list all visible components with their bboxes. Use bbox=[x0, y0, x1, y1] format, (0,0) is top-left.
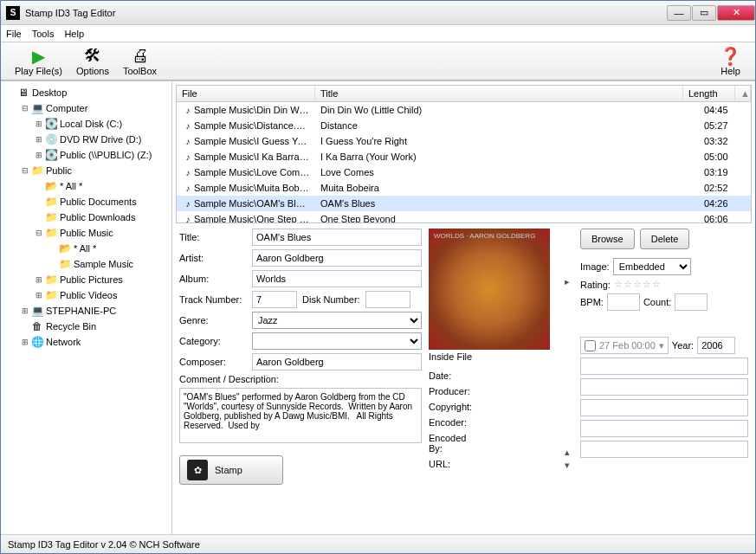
delete-button[interactable]: Delete bbox=[640, 229, 690, 249]
track-input[interactable] bbox=[252, 291, 297, 308]
label-encoder: Encoder: bbox=[429, 417, 477, 428]
tree-expand-icon[interactable]: ⊞ bbox=[34, 151, 44, 159]
tree-node[interactable]: ⊞🌐Network bbox=[3, 334, 170, 350]
tree-label: Local Disk (C:) bbox=[60, 119, 122, 129]
scroll-up-icon[interactable]: ▲ bbox=[735, 86, 751, 101]
column-title[interactable]: Title bbox=[315, 86, 683, 101]
comment-down-icon[interactable]: ▾ bbox=[561, 460, 573, 471]
titlebar[interactable]: S Stamp ID3 Tag Editor — ▭ ✕ bbox=[1, 1, 755, 25]
tree-node[interactable]: ⊞💻STEPHANIE-PC bbox=[3, 303, 170, 319]
printer-icon: 🖨 bbox=[132, 47, 149, 66]
tree-label: Public Documents bbox=[60, 196, 137, 207]
album-input[interactable] bbox=[252, 270, 422, 287]
label-inside-file: Inside File bbox=[429, 351, 554, 362]
label-track: Track Number: bbox=[179, 294, 247, 305]
help-button[interactable]: ❓ Help bbox=[713, 45, 748, 78]
menubar: File Tools Help bbox=[1, 25, 755, 42]
file-list-body[interactable]: ♪Sample Music\Din Din Wo (Li...Din Din W… bbox=[177, 102, 751, 222]
encodedby-input[interactable] bbox=[580, 420, 748, 437]
tree-node[interactable]: 📁Sample Music bbox=[3, 256, 170, 272]
rating-stars[interactable]: ☆☆☆☆☆ bbox=[614, 279, 662, 290]
stamp-button[interactable]: ✿ Stamp bbox=[179, 455, 283, 485]
tree-expand-icon[interactable]: ⊟ bbox=[34, 229, 44, 237]
date-input[interactable]: 27 Feb 00:00▾ bbox=[580, 337, 669, 354]
tree-label: Public Downloads bbox=[60, 212, 135, 222]
album-art[interactable]: WORLDS · AARON GOLDBERG bbox=[429, 229, 550, 350]
title-input[interactable] bbox=[252, 229, 422, 246]
file-row[interactable]: ♪Sample Music\Muita Bobei...Muita Bobeir… bbox=[177, 180, 751, 196]
label-encodedby: Encoded By: bbox=[429, 433, 477, 454]
tree-node[interactable]: 📁Public Documents bbox=[3, 194, 170, 209]
file-row[interactable]: ♪Sample Music\OAM's Blue...OAM's Blues04… bbox=[177, 196, 751, 211]
maximize-button[interactable]: ▭ bbox=[692, 5, 716, 21]
encoder-input[interactable] bbox=[580, 399, 748, 416]
file-row[interactable]: ♪Sample Music\Distance.wmaDistance05:27 bbox=[177, 118, 751, 133]
menu-tools[interactable]: Tools bbox=[32, 29, 55, 39]
label-producer: Producer: bbox=[429, 386, 477, 396]
file-list: File Title Length ▲ ♪Sample Music\Din Di… bbox=[176, 85, 752, 223]
tree-label: Recycle Bin bbox=[46, 321, 96, 332]
file-row[interactable]: ♪Sample Music\I Guess Yo...I Guess You'r… bbox=[177, 133, 751, 149]
date-enable-checkbox[interactable] bbox=[585, 340, 596, 351]
count-input[interactable] bbox=[675, 293, 708, 311]
artist-input[interactable] bbox=[252, 249, 422, 267]
menu-file[interactable]: File bbox=[6, 29, 22, 39]
tree-node[interactable]: ⊟💻Computer bbox=[3, 100, 170, 116]
comment-textarea[interactable]: "OAM's Blues" performed by Aaron Goldber… bbox=[179, 388, 422, 443]
minimize-button[interactable]: — bbox=[667, 5, 691, 21]
producer-input[interactable] bbox=[580, 358, 748, 375]
folder-tree[interactable]: 🖥Desktop⊟💻Computer⊞💽Local Disk (C:)⊞💿DVD… bbox=[1, 81, 172, 534]
tree-expand-icon[interactable]: ⊞ bbox=[34, 135, 44, 144]
disk-input[interactable] bbox=[365, 291, 410, 308]
file-row[interactable]: ♪Sample Music\Din Din Wo (Li...Din Din W… bbox=[177, 102, 751, 118]
label-album: Album: bbox=[179, 274, 247, 284]
tree-node[interactable]: 📂* All * bbox=[3, 241, 170, 256]
music-icon: ♪ bbox=[182, 168, 194, 177]
tree-node[interactable]: 📁Public Downloads bbox=[3, 209, 170, 225]
image-mode-select[interactable]: Embedded bbox=[613, 258, 691, 275]
browse-button[interactable]: Browse bbox=[580, 229, 635, 249]
tree-expand-icon[interactable]: ⊟ bbox=[20, 166, 30, 175]
tree-expand-icon[interactable]: ⊞ bbox=[34, 291, 44, 300]
comment-up-icon[interactable]: ▴ bbox=[561, 447, 573, 458]
menu-help[interactable]: Help bbox=[64, 29, 84, 39]
app-window: S Stamp ID3 Tag Editor — ▭ ✕ File Tools … bbox=[0, 0, 756, 554]
tree-expand-icon[interactable]: ⊞ bbox=[20, 338, 30, 346]
toolbox-button[interactable]: 🖨 ToolBox bbox=[116, 45, 164, 78]
column-file[interactable]: File bbox=[177, 86, 315, 101]
tree-expand-icon[interactable]: ⊞ bbox=[20, 306, 30, 315]
tree-node[interactable]: ⊞📁Public Pictures bbox=[3, 272, 170, 287]
art-next-icon[interactable]: ▸ bbox=[561, 276, 573, 287]
folder-icon: 📂 bbox=[44, 180, 58, 192]
tree-node[interactable]: ⊞💽Local Disk (C:) bbox=[3, 116, 170, 132]
year-input[interactable] bbox=[697, 337, 735, 354]
url-input[interactable] bbox=[580, 441, 748, 458]
tree-node[interactable]: ⊟📁Public Music bbox=[3, 225, 170, 241]
column-length[interactable]: Length bbox=[683, 86, 735, 101]
file-row[interactable]: ♪Sample Music\I Ka Barra (...I Ka Barra … bbox=[177, 149, 751, 164]
tree-node[interactable]: 📂* All * bbox=[3, 178, 170, 194]
tree-node[interactable]: ⊞💽Public (\\PUBLIC) (Z:) bbox=[3, 147, 170, 163]
close-button[interactable]: ✕ bbox=[717, 5, 755, 21]
options-button[interactable]: 🛠 Options bbox=[69, 45, 116, 78]
copyright-input[interactable] bbox=[580, 378, 748, 396]
composer-input[interactable] bbox=[252, 353, 422, 370]
tree-node[interactable]: 🗑Recycle Bin bbox=[3, 319, 170, 334]
tree-node[interactable]: ⊞💿DVD RW Drive (D:) bbox=[3, 132, 170, 147]
tree-expand-icon[interactable]: ⊟ bbox=[20, 104, 30, 113]
tree-node[interactable]: ⊞📁Public Videos bbox=[3, 287, 170, 303]
label-composer: Composer: bbox=[179, 357, 247, 367]
file-row[interactable]: ♪Sample Music\Love Come...Love Comes03:1… bbox=[177, 164, 751, 180]
category-select[interactable] bbox=[252, 332, 422, 350]
tree-node[interactable]: ⊟📁Public bbox=[3, 163, 170, 178]
folder-icon: 💽 bbox=[44, 149, 58, 161]
tree-expand-icon[interactable]: ⊞ bbox=[34, 275, 44, 284]
play-files-button[interactable]: ▶ Play File(s) bbox=[8, 45, 69, 78]
tree-expand-icon[interactable]: ⊞ bbox=[34, 119, 44, 128]
wrench-icon: 🛠 bbox=[84, 47, 101, 66]
chevron-down-icon[interactable]: ▾ bbox=[659, 340, 664, 351]
tree-node[interactable]: 🖥Desktop bbox=[3, 85, 170, 100]
file-row[interactable]: ♪Sample Music\One Step B...One Step Beyo… bbox=[177, 211, 751, 222]
bpm-input[interactable] bbox=[607, 293, 640, 311]
genre-select[interactable]: Jazz bbox=[252, 312, 422, 329]
